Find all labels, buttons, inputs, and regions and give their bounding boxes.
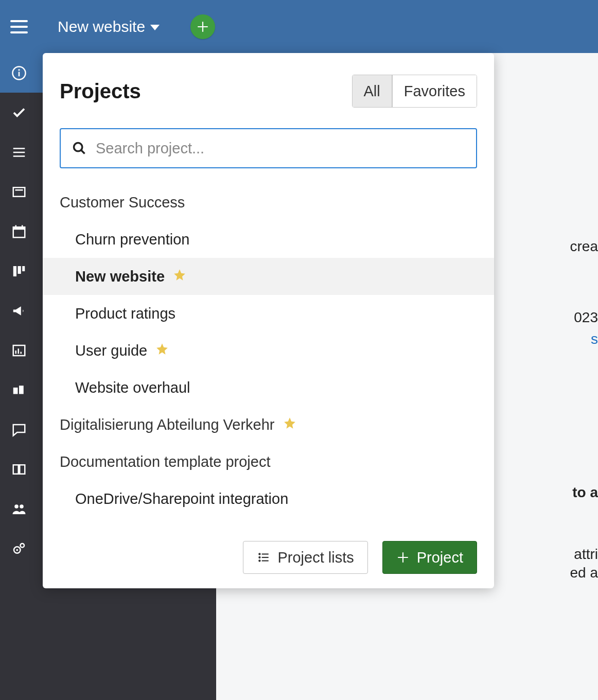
list-icon <box>257 551 270 564</box>
svg-rect-5 <box>13 155 25 157</box>
board-icon <box>10 184 28 200</box>
seg-all-button[interactable]: All <box>353 75 392 107</box>
plus-icon <box>196 20 209 33</box>
info-icon <box>10 65 28 81</box>
plus-icon <box>396 551 410 564</box>
svg-rect-18 <box>21 352 22 354</box>
svg-rect-6 <box>13 187 25 197</box>
svg-point-22 <box>20 504 24 509</box>
svg-rect-17 <box>18 348 20 354</box>
search-icon <box>72 141 86 155</box>
svg-rect-16 <box>15 351 17 354</box>
text-frag: to a <box>572 484 598 501</box>
svg-rect-3 <box>13 148 25 149</box>
star-icon <box>283 416 296 433</box>
svg-rect-12 <box>13 266 16 276</box>
project-item[interactable]: Product ratings <box>43 295 494 332</box>
search-wrapper <box>60 128 477 168</box>
svg-point-24 <box>16 549 18 551</box>
group-name: Customer Success <box>60 194 185 211</box>
project-item[interactable]: Churn prevention <box>43 221 494 258</box>
text-frag: ed a <box>570 565 599 581</box>
svg-rect-9 <box>13 227 25 230</box>
project-list: Customer Success Churn prevention New we… <box>43 168 494 531</box>
svg-rect-7 <box>15 189 23 191</box>
svg-rect-31 <box>262 557 269 558</box>
project-item[interactable]: OneDrive/Sharepoint integration <box>43 480 494 517</box>
project-name: New website <box>75 268 165 285</box>
chat-icon <box>10 422 28 437</box>
project-name: Churn prevention <box>75 231 189 248</box>
search-input[interactable] <box>96 140 465 157</box>
svg-point-25 <box>21 544 25 548</box>
svg-rect-19 <box>13 388 18 394</box>
svg-rect-1 <box>19 72 20 76</box>
project-name: Product ratings <box>75 305 175 322</box>
button-label: Project lists <box>277 549 354 566</box>
text-frag: 023 <box>574 309 598 326</box>
svg-rect-4 <box>13 151 25 153</box>
project-item[interactable]: Website overhaul <box>43 369 494 406</box>
svg-line-27 <box>81 150 85 154</box>
people-icon <box>10 501 28 517</box>
check-icon <box>10 105 28 120</box>
seg-favorites-button[interactable]: Favorites <box>392 75 477 107</box>
svg-rect-13 <box>18 266 21 274</box>
project-selector[interactable]: New website <box>58 18 160 36</box>
project-item[interactable]: User guide <box>43 332 494 369</box>
svg-point-28 <box>259 553 261 555</box>
svg-rect-29 <box>262 553 269 554</box>
caret-down-icon <box>150 25 160 30</box>
svg-point-30 <box>259 556 261 558</box>
svg-point-26 <box>74 143 82 151</box>
star-icon <box>173 268 186 285</box>
svg-rect-11 <box>22 225 23 228</box>
text-frag: attri <box>574 546 598 563</box>
group-name: Documentation template project <box>60 453 270 470</box>
svg-point-21 <box>14 504 19 509</box>
add-button[interactable] <box>190 14 215 39</box>
menu-icon[interactable] <box>10 20 28 33</box>
panel-title: Projects <box>60 80 141 103</box>
project-lists-button[interactable]: Project lists <box>243 541 367 574</box>
list-icon <box>10 145 28 160</box>
group-name: Digitalisierung Abteilung Verkehr <box>60 416 275 433</box>
bullhorn-icon <box>10 303 28 319</box>
book-icon <box>10 462 28 477</box>
svg-rect-33 <box>262 560 269 561</box>
project-selector-label: New website <box>58 18 145 36</box>
calendar-icon <box>10 224 28 239</box>
svg-rect-10 <box>15 225 17 228</box>
projects-dropdown: Projects All Favorites Customer Success … <box>43 53 494 588</box>
svg-point-2 <box>18 69 20 71</box>
svg-point-32 <box>259 559 261 562</box>
project-item[interactable]: New website <box>43 258 494 295</box>
text-frag: s <box>591 331 598 347</box>
project-group[interactable]: Documentation template project <box>43 443 494 480</box>
project-name: User guide <box>75 342 147 359</box>
project-group[interactable]: Customer Success <box>43 184 494 221</box>
project-group[interactable]: Digitalisierung Abteilung Verkehr <box>43 406 494 443</box>
star-icon <box>155 342 169 359</box>
project-name: Website overhaul <box>75 379 190 396</box>
chart-icon <box>10 343 28 358</box>
filter-segment: All Favorites <box>352 75 478 108</box>
budget-icon <box>10 382 28 398</box>
svg-rect-20 <box>19 386 24 394</box>
gear-icon <box>10 541 28 556</box>
new-project-button[interactable]: Project <box>382 541 477 574</box>
svg-rect-14 <box>22 266 25 271</box>
text-frag: crea <box>570 238 598 255</box>
project-name: OneDrive/Sharepoint integration <box>75 491 288 507</box>
button-label: Project <box>417 549 463 566</box>
columns-icon <box>10 264 28 279</box>
